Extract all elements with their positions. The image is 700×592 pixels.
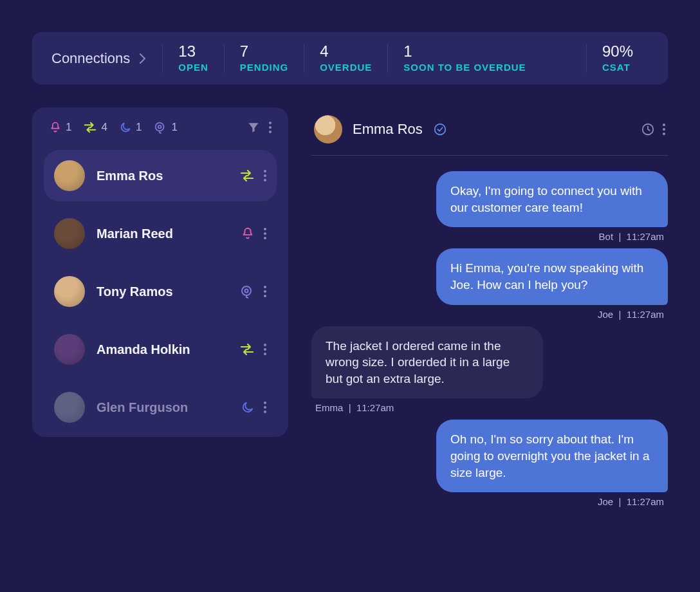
more-icon[interactable] xyxy=(269,122,272,133)
message-row: The jacket I ordered came in the wrong s… xyxy=(311,326,668,414)
conversations-sidebar: 1 4 1 1 Emma RosMari xyxy=(32,107,288,437)
connections-title[interactable]: Connections xyxy=(51,50,147,67)
message-meta: Bot | 11:27am xyxy=(595,231,668,242)
avatar xyxy=(54,276,85,307)
verified-icon xyxy=(433,122,447,136)
stat-label: OPEN xyxy=(178,62,208,73)
brain-icon xyxy=(153,120,167,134)
stat-open[interactable]: 13 OPEN xyxy=(162,44,224,73)
contact-name: Amanda Holkin xyxy=(97,342,228,357)
message-meta: Emma | 11:27am xyxy=(311,402,398,413)
connections-label: Connections xyxy=(51,50,130,67)
contact-name: Glen Furguson xyxy=(97,400,229,415)
chat-panel: Emma Ros Okay, I'm going to connect you … xyxy=(311,107,668,507)
more-icon[interactable] xyxy=(264,344,266,355)
more-icon[interactable] xyxy=(264,286,266,297)
stat-value: 7 xyxy=(240,44,248,59)
filter-count: 1 xyxy=(136,121,142,134)
contact-row[interactable]: Emma Ros xyxy=(44,150,277,201)
stat-csat[interactable]: 90% CSAT xyxy=(586,44,649,73)
message-bubble: The jacket I ordered came in the wrong s… xyxy=(311,326,543,399)
message-thread: Okay, I'm going to connect you with our … xyxy=(311,156,668,507)
stat-overdue[interactable]: 4 OVERDUE xyxy=(304,44,387,73)
moon-icon xyxy=(241,400,255,414)
more-icon[interactable] xyxy=(264,402,266,413)
filter-moon[interactable]: 1 xyxy=(119,121,142,134)
avatar xyxy=(54,392,85,423)
chevron-right-icon xyxy=(139,53,147,64)
bell-icon xyxy=(49,121,62,134)
chat-header: Emma Ros xyxy=(311,113,668,156)
connections-stats-bar: Connections 13 OPEN 7 PENDING 4 OVERDUE … xyxy=(32,32,668,84)
moon-icon xyxy=(119,121,132,134)
message-bubble: Oh no, I'm so sorry about that. I'm goin… xyxy=(436,420,668,492)
avatar xyxy=(54,218,85,249)
stat-label: PENDING xyxy=(240,62,288,73)
message-meta: Joe | 11:27am xyxy=(594,309,668,320)
stat-value: 13 xyxy=(178,44,196,59)
stat-value: 4 xyxy=(320,44,328,59)
contact-row[interactable]: Glen Furguson xyxy=(44,382,277,433)
transfer-icon xyxy=(239,169,255,183)
message-meta: Joe | 11:27am xyxy=(594,496,668,507)
svg-point-2 xyxy=(242,286,251,295)
chat-title: Emma Ros xyxy=(353,121,423,138)
stat-soon-overdue[interactable]: 1 SOON TO BE OVERDUE xyxy=(387,44,541,73)
svg-point-3 xyxy=(245,290,248,293)
contact-row[interactable]: Marian Reed xyxy=(44,208,277,259)
filter-count: 1 xyxy=(66,121,71,134)
filter-bell[interactable]: 1 xyxy=(49,121,71,134)
message-row: Okay, I'm going to connect you with our … xyxy=(311,171,668,242)
filter-count: 1 xyxy=(171,121,177,134)
stat-pending[interactable]: 7 PENDING xyxy=(224,44,304,73)
avatar xyxy=(54,160,85,191)
filter-count: 4 xyxy=(101,121,107,134)
transfer-icon xyxy=(239,342,255,356)
more-icon[interactable] xyxy=(264,170,266,181)
brain-icon xyxy=(239,284,255,299)
stat-value: 90% xyxy=(602,44,633,59)
filter-row: 1 4 1 1 xyxy=(44,120,277,143)
contact-name: Emma Ros xyxy=(97,169,228,183)
stat-label: OVERDUE xyxy=(320,62,372,73)
stat-label: CSAT xyxy=(602,62,631,73)
funnel-icon[interactable] xyxy=(247,121,260,134)
stat-label: SOON TO BE OVERDUE xyxy=(403,62,526,73)
contact-row[interactable]: Tony Ramos xyxy=(44,266,277,317)
filter-transfer[interactable]: 4 xyxy=(83,121,107,134)
stat-value: 1 xyxy=(403,44,412,59)
svg-point-0 xyxy=(156,123,164,131)
more-icon[interactable] xyxy=(264,228,266,239)
avatar xyxy=(54,334,85,365)
message-bubble: Hi Emma, you're now speaking with Joe. H… xyxy=(436,248,668,304)
contact-name: Marian Reed xyxy=(97,227,229,241)
transfer-icon xyxy=(83,121,97,134)
message-row: Oh no, I'm so sorry about that. I'm goin… xyxy=(311,420,668,507)
more-icon[interactable] xyxy=(663,124,665,135)
contact-row[interactable]: Amanda Holkin xyxy=(44,324,277,375)
svg-point-4 xyxy=(435,124,446,135)
bell-icon xyxy=(241,227,255,241)
filter-bot[interactable]: 1 xyxy=(153,120,177,134)
message-bubble: Okay, I'm going to connect you with our … xyxy=(436,171,668,227)
contact-name: Tony Ramos xyxy=(97,284,228,299)
message-row: Hi Emma, you're now speaking with Joe. H… xyxy=(311,248,668,319)
avatar xyxy=(314,115,342,143)
svg-point-1 xyxy=(158,125,161,129)
clock-icon[interactable] xyxy=(641,122,655,136)
